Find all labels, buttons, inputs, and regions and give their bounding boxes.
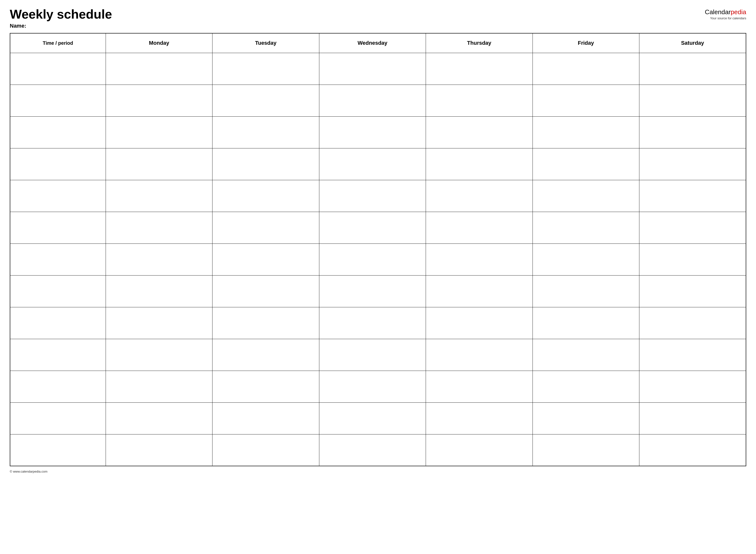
table-cell[interactable]	[426, 180, 533, 212]
table-cell[interactable]	[319, 339, 426, 371]
table-cell[interactable]	[212, 212, 319, 243]
table-cell[interactable]	[319, 116, 426, 148]
table-cell[interactable]	[639, 116, 746, 148]
table-cell[interactable]	[106, 180, 212, 212]
table-cell[interactable]	[639, 212, 746, 243]
table-row	[10, 307, 746, 339]
header-row: Time / period Monday Tuesday Wednesday T…	[10, 33, 746, 53]
table-cell[interactable]	[106, 116, 212, 148]
table-cell[interactable]	[639, 148, 746, 180]
table-cell[interactable]	[426, 116, 533, 148]
table-cell[interactable]	[639, 85, 746, 116]
table-cell[interactable]	[533, 85, 639, 116]
table-cell[interactable]	[426, 434, 533, 466]
table-cell[interactable]	[639, 434, 746, 466]
table-cell[interactable]	[639, 307, 746, 339]
table-cell[interactable]	[533, 402, 639, 434]
table-cell[interactable]	[10, 243, 106, 275]
table-cell[interactable]	[426, 53, 533, 85]
table-cell[interactable]	[212, 85, 319, 116]
table-cell[interactable]	[10, 402, 106, 434]
table-cell[interactable]	[533, 116, 639, 148]
table-cell[interactable]	[533, 307, 639, 339]
table-cell[interactable]	[10, 371, 106, 402]
table-cell[interactable]	[533, 148, 639, 180]
table-cell[interactable]	[533, 275, 639, 307]
table-cell[interactable]	[426, 85, 533, 116]
table-cell[interactable]	[426, 212, 533, 243]
table-cell[interactable]	[106, 339, 212, 371]
table-cell[interactable]	[10, 307, 106, 339]
table-cell[interactable]	[319, 402, 426, 434]
table-cell[interactable]	[10, 180, 106, 212]
table-cell[interactable]	[212, 148, 319, 180]
col-header-monday: Monday	[106, 33, 212, 53]
table-cell[interactable]	[212, 275, 319, 307]
table-cell[interactable]	[212, 53, 319, 85]
table-row	[10, 402, 746, 434]
table-cell[interactable]	[212, 116, 319, 148]
table-cell[interactable]	[319, 212, 426, 243]
table-cell[interactable]	[533, 371, 639, 402]
table-cell[interactable]	[426, 275, 533, 307]
table-cell[interactable]	[639, 275, 746, 307]
table-cell[interactable]	[10, 212, 106, 243]
table-cell[interactable]	[319, 243, 426, 275]
table-row	[10, 116, 746, 148]
table-cell[interactable]	[212, 339, 319, 371]
table-cell[interactable]	[10, 116, 106, 148]
table-cell[interactable]	[10, 275, 106, 307]
table-cell[interactable]	[106, 243, 212, 275]
table-cell[interactable]	[426, 339, 533, 371]
table-cell[interactable]	[319, 307, 426, 339]
table-cell[interactable]	[319, 180, 426, 212]
table-cell[interactable]	[533, 339, 639, 371]
page-title: Weekly schedule	[10, 7, 112, 21]
table-cell[interactable]	[319, 85, 426, 116]
table-cell[interactable]	[106, 85, 212, 116]
table-cell[interactable]	[10, 148, 106, 180]
table-cell[interactable]	[426, 402, 533, 434]
table-cell[interactable]	[10, 53, 106, 85]
table-cell[interactable]	[10, 434, 106, 466]
table-cell[interactable]	[106, 53, 212, 85]
table-cell[interactable]	[212, 402, 319, 434]
table-cell[interactable]	[426, 243, 533, 275]
table-cell[interactable]	[10, 339, 106, 371]
table-cell[interactable]	[106, 371, 212, 402]
table-cell[interactable]	[639, 402, 746, 434]
table-row	[10, 180, 746, 212]
table-cell[interactable]	[212, 307, 319, 339]
table-cell[interactable]	[639, 243, 746, 275]
table-cell[interactable]	[106, 402, 212, 434]
table-cell[interactable]	[639, 180, 746, 212]
table-cell[interactable]	[212, 371, 319, 402]
table-cell[interactable]	[426, 148, 533, 180]
table-cell[interactable]	[533, 53, 639, 85]
table-cell[interactable]	[319, 371, 426, 402]
table-cell[interactable]	[639, 339, 746, 371]
table-cell[interactable]	[639, 53, 746, 85]
table-cell[interactable]	[106, 148, 212, 180]
table-cell[interactable]	[426, 371, 533, 402]
table-cell[interactable]	[212, 243, 319, 275]
table-cell[interactable]	[319, 434, 426, 466]
table-cell[interactable]	[533, 212, 639, 243]
table-cell[interactable]	[639, 371, 746, 402]
table-cell[interactable]	[106, 275, 212, 307]
table-cell[interactable]	[533, 243, 639, 275]
table-cell[interactable]	[106, 212, 212, 243]
table-cell[interactable]	[319, 53, 426, 85]
table-cell[interactable]	[319, 148, 426, 180]
table-row	[10, 243, 746, 275]
logo-accent: pedia	[731, 8, 746, 16]
table-cell[interactable]	[533, 180, 639, 212]
table-cell[interactable]	[212, 180, 319, 212]
table-cell[interactable]	[212, 434, 319, 466]
table-cell[interactable]	[319, 275, 426, 307]
table-cell[interactable]	[106, 307, 212, 339]
table-cell[interactable]	[533, 434, 639, 466]
table-cell[interactable]	[106, 434, 212, 466]
table-cell[interactable]	[426, 307, 533, 339]
table-cell[interactable]	[10, 85, 106, 116]
